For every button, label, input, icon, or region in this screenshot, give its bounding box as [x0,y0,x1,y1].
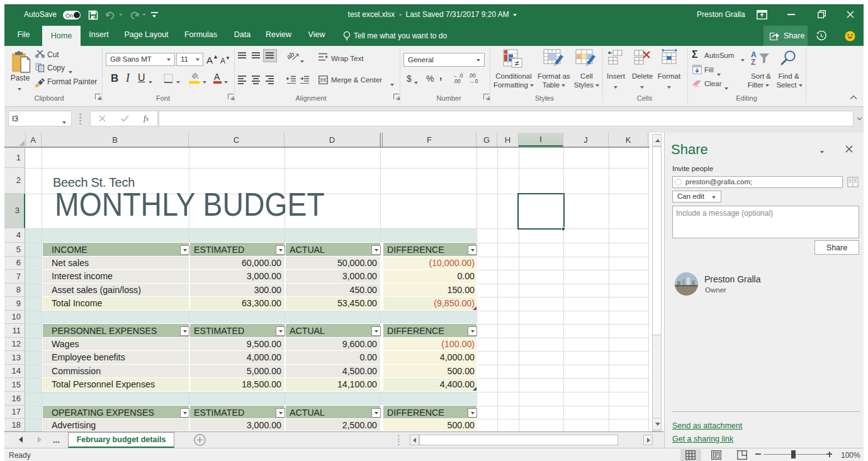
svg-text:≠: ≠ [514,58,519,68]
